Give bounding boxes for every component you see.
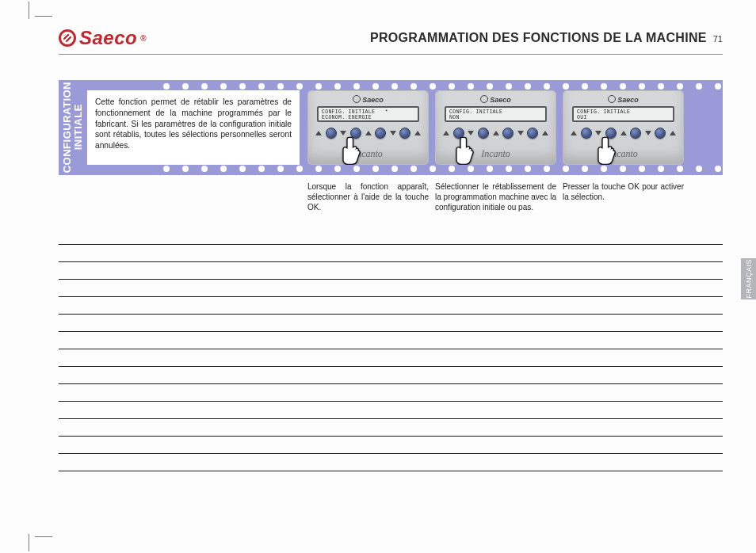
ruled-line	[59, 436, 723, 437]
knob-button	[399, 128, 410, 139]
film-strip: CONFIGURATION INITIALE Cette fonction pe…	[59, 80, 723, 175]
caption-spacer	[59, 181, 304, 212]
knob-button	[375, 128, 386, 139]
ruled-line	[59, 314, 723, 315]
model-script: Incanto	[307, 148, 429, 160]
machine-panel-3: Saeco CONFIG. INITIALE OUI Incanto	[563, 90, 684, 165]
lcd-display-1: CONFIG. INITIALE * ECONOM. ENERGIE	[317, 106, 419, 122]
caption-2: Sélectionner le rétablissement de la pro…	[435, 181, 556, 212]
logo-text: Saeco	[79, 27, 137, 49]
triangle-down-icon	[517, 131, 524, 135]
header-right: PROGRAMMATION DES FONCTIONS DE LA MACHIN…	[370, 31, 723, 45]
intro-text-block: Cette fonction permet de rétablir les pa…	[87, 90, 300, 165]
knob-button	[326, 128, 337, 139]
button-row	[315, 128, 421, 139]
logo-suffix: ®	[140, 34, 147, 43]
side-label-text: CONFIGURATION INITIALE	[62, 82, 85, 173]
panel-brand: Saeco	[307, 95, 429, 104]
language-tab: FRANÇAIS	[741, 258, 756, 299]
knob-button	[581, 128, 592, 139]
page-body: Saeco® PROGRAMMATION DES FONCTIONS DE LA…	[59, 27, 723, 488]
section-title: PROGRAMMATION DES FONCTIONS DE LA MACHIN…	[370, 31, 707, 45]
ruled-line	[59, 331, 723, 332]
button-row	[571, 128, 676, 139]
knob-button	[502, 128, 514, 139]
triangle-up-icon	[315, 131, 322, 135]
page-number: 71	[713, 34, 723, 44]
knob-button	[630, 128, 641, 139]
ruled-line	[59, 383, 723, 384]
language-tab-text: FRANÇAIS	[745, 259, 753, 299]
knob-button	[527, 128, 538, 139]
pointing-hand-icon	[451, 135, 478, 165]
lcd-line1: CONFIG. INITIALE	[577, 109, 630, 115]
ruled-line	[59, 279, 723, 280]
ruled-line	[59, 366, 723, 367]
panel-brand: Saeco	[563, 95, 684, 104]
crop-mark-top-left	[8, 8, 40, 40]
triangle-up-icon	[414, 131, 421, 135]
pointing-hand-icon	[338, 135, 365, 165]
triangle-down-icon	[645, 131, 651, 135]
panel-brand: Saeco	[435, 95, 556, 104]
triangle-up-icon	[620, 131, 627, 135]
lcd-display-3: CONFIG. INITIALE OUI	[572, 106, 674, 122]
knob-button	[655, 128, 666, 139]
sprockets-bottom	[160, 165, 721, 173]
intro-text: Cette fonction permet de rétablir les pa…	[95, 97, 292, 150]
triangle-up-icon	[493, 131, 499, 135]
triangle-up-icon	[542, 131, 548, 135]
lcd-line2: NON	[449, 115, 460, 120]
model-script: Incanto	[563, 148, 684, 160]
page-header: Saeco® PROGRAMMATION DES FONCTIONS DE LA…	[59, 27, 723, 55]
machine-panel-2: Saeco CONFIG. INITIALE NON Incanto	[435, 90, 556, 165]
ruled-line	[59, 471, 723, 471]
machine-panel-1: Saeco CONFIG. INITIALE * ECONOM. ENERGIE…	[307, 90, 429, 165]
ruled-line	[59, 401, 723, 402]
logo-swirl-icon	[59, 29, 76, 47]
ruled-line	[59, 349, 723, 349]
caption-3: Presser la touche OK pour activer la sél…	[563, 181, 684, 212]
triangle-up-icon	[571, 131, 577, 135]
lcd-line2: OUI	[577, 115, 587, 120]
triangle-down-icon	[390, 131, 396, 135]
brand-logo: Saeco®	[59, 27, 147, 49]
ruled-line	[59, 418, 723, 419]
pointing-hand-icon	[593, 135, 620, 165]
side-label: CONFIGURATION INITIALE	[59, 80, 87, 175]
triangle-up-icon	[443, 131, 449, 135]
knob-button	[478, 128, 489, 139]
ruled-line	[59, 244, 723, 245]
lcd-display-2: CONFIG. INITIALE NON	[445, 106, 547, 122]
triangle-up-icon	[670, 131, 676, 135]
crop-mark-bottom-left	[8, 513, 40, 545]
captions-row: Lorsque la fonction apparaît, sélectionn…	[59, 181, 723, 212]
ruled-lines-area	[59, 244, 723, 471]
ruled-line	[59, 453, 723, 454]
lcd-line2: ECONOM. ENERGIE	[322, 115, 372, 120]
caption-1: Lorsque la fonction apparaît, sélectionn…	[307, 181, 429, 212]
ruled-line	[59, 296, 723, 297]
lcd-line1: CONFIG. INITIALE *	[322, 109, 388, 115]
ruled-line	[59, 261, 723, 262]
triangle-up-icon	[365, 131, 372, 135]
sprockets-top	[160, 82, 721, 90]
lcd-line1: CONFIG. INITIALE	[449, 109, 502, 115]
